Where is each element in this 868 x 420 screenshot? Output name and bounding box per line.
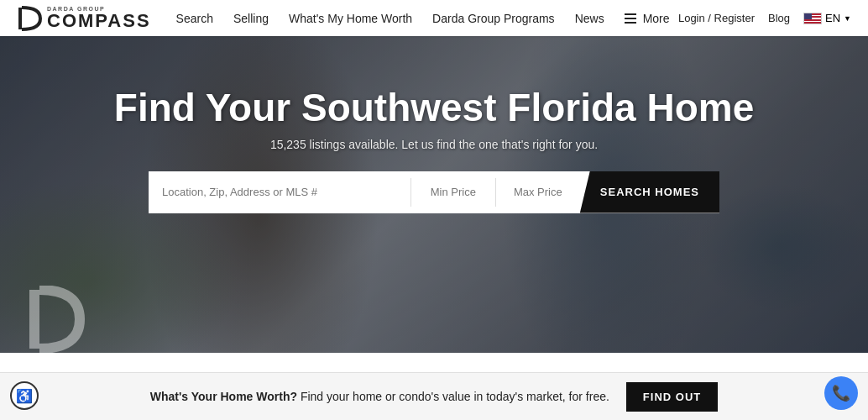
bottom-bar: What's Your Home Worth? Find your home o… — [0, 372, 868, 420]
nav-programs[interactable]: Darda Group Programs — [432, 12, 555, 25]
navbar: DARDA GROUP COMPASS Search Selling What'… — [0, 0, 868, 36]
hero-content: Find Your Southwest Florida Home 15,235 … — [0, 36, 868, 213]
nav-right: Login / Register Blog EN ▼ — [678, 12, 851, 24]
accessibility-button[interactable]: ♿ — [10, 381, 39, 410]
location-input[interactable] — [149, 171, 410, 213]
accessibility-icon: ♿ — [16, 388, 33, 404]
nav-home-worth[interactable]: What's My Home Worth — [289, 12, 412, 25]
hero-subtitle: 15,235 listings available. Let us find t… — [270, 138, 598, 151]
login-register-button[interactable]: Login / Register — [678, 12, 755, 24]
lang-label: EN — [825, 12, 840, 24]
search-homes-button[interactable]: SEARCH HOMES — [580, 171, 719, 213]
phone-button[interactable]: 📞 — [824, 376, 858, 410]
chevron-down-icon: ▼ — [844, 14, 851, 23]
logo-compass: COMPASS — [47, 12, 151, 30]
nav-news[interactable]: News — [575, 12, 604, 25]
nav-selling[interactable]: Selling — [233, 12, 269, 25]
svg-rect-1 — [29, 290, 39, 349]
language-selector[interactable]: EN ▼ — [803, 12, 851, 24]
home-worth-text: What's Your Home Worth? Find your home o… — [150, 390, 609, 403]
hamburger-icon — [625, 13, 640, 24]
home-worth-desc: Find your home or condo's value in today… — [301, 390, 609, 403]
find-out-button[interactable]: FIND OUT — [626, 382, 718, 412]
nav-more[interactable]: More — [625, 12, 670, 25]
flag-icon — [803, 13, 822, 24]
logo[interactable]: DARDA GROUP COMPASS — [17, 6, 151, 31]
hero-title: Find Your Southwest Florida Home — [114, 87, 754, 129]
logo-icon — [17, 6, 47, 31]
min-price-input[interactable] — [411, 171, 495, 213]
nav-links: Search Selling What's My Home Worth Dard… — [176, 12, 678, 25]
hero-logo-mark — [25, 286, 92, 353]
hero-section: Find Your Southwest Florida Home 15,235 … — [0, 0, 868, 353]
home-worth-bold: What's Your Home Worth? — [150, 390, 297, 403]
blog-link[interactable]: Blog — [768, 12, 790, 24]
phone-icon: 📞 — [832, 384, 850, 402]
nav-search[interactable]: Search — [176, 12, 213, 25]
search-bar: SEARCH HOMES — [149, 171, 719, 213]
max-price-input[interactable] — [496, 171, 580, 213]
svg-rect-0 — [18, 8, 22, 29]
